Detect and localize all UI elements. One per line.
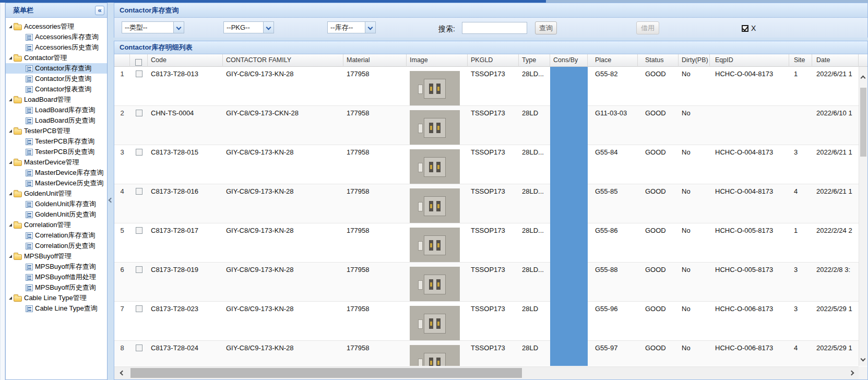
pkg-select[interactable]: --PKG-- bbox=[223, 21, 274, 33]
sidebar-splitter[interactable] bbox=[108, 3, 114, 380]
row-checkbox[interactable] bbox=[136, 345, 142, 351]
search-input[interactable] bbox=[462, 22, 527, 34]
cell-eqpid: HCHC-O-006-8173 bbox=[710, 341, 789, 366]
row-checkbox[interactable] bbox=[136, 266, 142, 273]
chevron-down-icon[interactable] bbox=[173, 22, 184, 33]
contactor-photo bbox=[410, 345, 460, 366]
column-header-Material[interactable]: Material bbox=[343, 54, 407, 67]
sidebar-item-label: Cable Line Type查询 bbox=[33, 304, 98, 313]
scroll-right-icon[interactable] bbox=[849, 371, 854, 376]
row-checkbox[interactable] bbox=[136, 110, 142, 116]
sidebar-item[interactable]: Correlation历史查询 bbox=[6, 241, 107, 251]
column-header-label: Date bbox=[816, 56, 830, 64]
row-checkbox[interactable] bbox=[136, 149, 142, 156]
column-header-Cons/By[interactable]: Cons/By bbox=[550, 54, 588, 67]
horizontal-scrollbar-thumb[interactable] bbox=[130, 368, 522, 378]
column-header-CONTACTOR FAMILY[interactable]: CONTACTOR FAMILY bbox=[223, 54, 343, 67]
splitter-collapse-icon[interactable] bbox=[109, 198, 114, 203]
column-header-Code[interactable]: Code bbox=[148, 54, 223, 67]
chevron-down-icon[interactable] bbox=[365, 22, 375, 33]
sidebar-item[interactable]: TesterPCB历史查询 bbox=[6, 147, 107, 157]
x-checkbox[interactable] bbox=[742, 25, 748, 32]
tree-group[interactable]: TesterPCB管理 bbox=[6, 126, 107, 136]
sidebar-item[interactable]: LoadBoard库存查询 bbox=[6, 105, 107, 115]
tree-group[interactable]: Contactor管理 bbox=[6, 53, 107, 63]
tree-group[interactable]: LoadBoard管理 bbox=[6, 94, 107, 105]
cell-image bbox=[407, 145, 468, 184]
sidebar-item[interactable]: Contactor历史查询 bbox=[6, 74, 107, 84]
cell-pkgld: TSSOP173 bbox=[468, 302, 519, 340]
column-header-Type[interactable]: Type bbox=[519, 54, 550, 67]
cell-date: 2022/6/21 1 bbox=[812, 67, 859, 105]
query-button[interactable]: 查询 bbox=[535, 21, 557, 34]
cell-image bbox=[407, 106, 468, 145]
sidebar-item[interactable]: LoadBoard历史查询 bbox=[6, 115, 107, 126]
chevron-down-icon[interactable] bbox=[263, 22, 274, 33]
column-header-EqpID[interactable]: EqpID bbox=[710, 54, 789, 67]
cell-type: 28LD... bbox=[519, 184, 550, 223]
row-checkbox[interactable] bbox=[136, 70, 142, 77]
cell-place: G55-88 bbox=[588, 263, 638, 301]
sidebar-item[interactable]: MPSBuyoff历史查询 bbox=[6, 282, 107, 293]
sidebar-item[interactable]: Contactor库存查询 bbox=[6, 63, 107, 74]
sidebar-item[interactable]: MPSBuyoff借用处理 bbox=[6, 272, 107, 282]
vertical-scrollbar-thumb[interactable] bbox=[860, 88, 866, 157]
scroll-left-icon[interactable] bbox=[120, 371, 125, 376]
sidebar-item[interactable]: Accessories库存查询 bbox=[6, 32, 107, 42]
type-select[interactable]: --类型-- bbox=[122, 21, 184, 33]
sidebar-item[interactable]: Correlation库存查询 bbox=[6, 230, 107, 241]
column-header-check[interactable] bbox=[130, 54, 148, 67]
tree-group[interactable]: Accessories管理 bbox=[6, 21, 107, 32]
cell-date: 2022/2/8 3: bbox=[812, 263, 859, 301]
list-icon bbox=[26, 264, 33, 270]
cell-site: 1 bbox=[789, 223, 812, 262]
scroll-down-icon[interactable] bbox=[861, 357, 866, 362]
cell-image bbox=[407, 263, 468, 301]
column-header-Date[interactable]: Date bbox=[812, 54, 859, 67]
horizontal-scrollbar[interactable] bbox=[114, 366, 859, 379]
cell-dirty: No bbox=[679, 67, 710, 105]
borrow-button[interactable]: 借用 bbox=[636, 21, 659, 34]
folder-icon bbox=[14, 56, 22, 62]
sidebar-item[interactable]: MasterDevice库存查询 bbox=[6, 168, 107, 178]
sidebar-item[interactable]: GoldenUnit历史查询 bbox=[6, 209, 107, 220]
column-header-Image[interactable]: Image bbox=[407, 54, 468, 67]
column-header-PKGLD[interactable]: PKGLD bbox=[468, 54, 519, 67]
cell-family: GIY-C8/C9-173-KN-28 bbox=[223, 302, 343, 340]
tree-group[interactable]: GoldenUnit管理 bbox=[6, 188, 107, 199]
sidebar-header: 菜单栏 « bbox=[6, 3, 107, 18]
x-checkbox-group: X bbox=[742, 24, 756, 32]
row-checkbox[interactable] bbox=[136, 227, 142, 234]
sidebar-item[interactable]: TesterPCB库存查询 bbox=[6, 136, 107, 147]
cell-image bbox=[407, 67, 468, 105]
column-header-Dirty(PB)[interactable]: Dirty(PB) bbox=[679, 54, 710, 67]
list-icon bbox=[26, 170, 33, 176]
query-panel: Contactor库存查询 --类型-- --PKG-- --库存-- 搜索: … bbox=[114, 3, 868, 38]
sidebar-item-label: GoldenUnit历史查询 bbox=[33, 210, 96, 219]
cell-family: GIY-C8/C9-173-KN-28 bbox=[223, 184, 343, 223]
list-panel: Contactor库存明细列表 CodeCONTACTOR FAMILYMate… bbox=[114, 41, 868, 380]
sidebar-item[interactable]: Accessories历史查询 bbox=[6, 42, 107, 53]
row-checkbox[interactable] bbox=[136, 305, 142, 312]
column-header-Site[interactable]: Site bbox=[789, 54, 812, 67]
stock-select[interactable]: --库存-- bbox=[327, 21, 376, 33]
sidebar-item[interactable]: Contactor报表查询 bbox=[6, 84, 107, 94]
column-header-Place[interactable]: Place bbox=[588, 54, 638, 67]
tree-group[interactable]: Cable Line Type管理 bbox=[6, 293, 107, 303]
sidebar-title: 菜单栏 bbox=[13, 6, 95, 15]
cell-code: CHN-TS-0004 bbox=[148, 106, 223, 145]
tree-group[interactable]: MPSBuyoff管理 bbox=[6, 251, 107, 262]
sidebar-item[interactable]: Cable Line Type查询 bbox=[6, 303, 107, 314]
vertical-scrollbar[interactable] bbox=[859, 67, 867, 366]
tree-group[interactable]: MasterDevice管理 bbox=[6, 157, 107, 168]
sidebar-item[interactable]: GoldenUnit库存查询 bbox=[6, 199, 107, 209]
sidebar-item[interactable]: MPSBuyoff库存查询 bbox=[6, 262, 107, 272]
select-all-checkbox[interactable] bbox=[135, 59, 142, 66]
tree-group[interactable]: Correlation管理 bbox=[6, 220, 107, 230]
scroll-up-icon[interactable] bbox=[861, 76, 866, 81]
sidebar-item[interactable]: MasterDevice历史查询 bbox=[6, 178, 107, 188]
sidebar-item-label: LoadBoard历史查询 bbox=[33, 116, 96, 125]
row-checkbox[interactable] bbox=[136, 188, 142, 195]
column-header-Status[interactable]: Status bbox=[638, 54, 679, 67]
collapse-sidebar-button[interactable]: « bbox=[95, 6, 104, 15]
